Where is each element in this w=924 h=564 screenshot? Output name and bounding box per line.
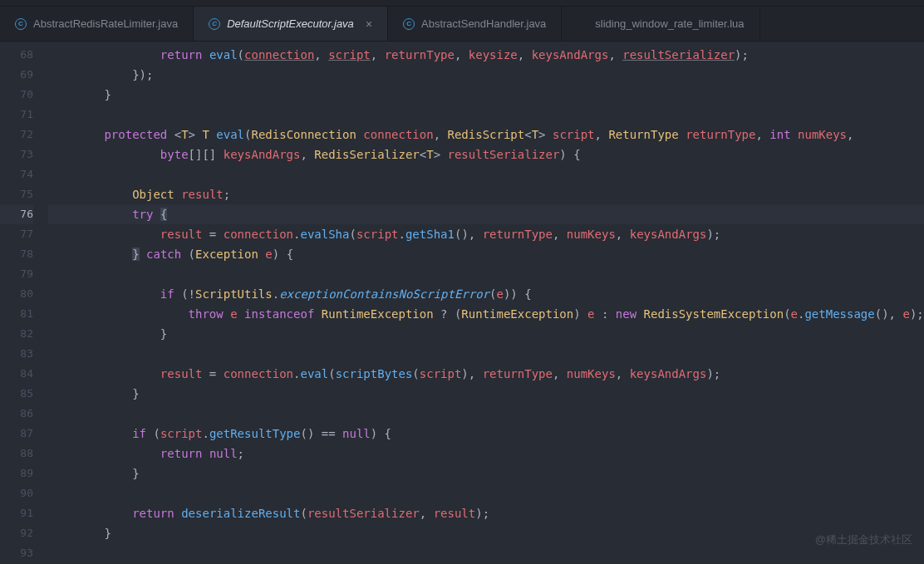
code-line[interactable] <box>48 164 924 184</box>
line-number: 78 <box>0 244 33 264</box>
code-line[interactable]: try { <box>48 204 924 224</box>
line-number: 75 <box>0 184 33 204</box>
line-number: 90 <box>0 483 33 503</box>
code-line[interactable]: } <box>48 384 924 404</box>
line-number: 68 <box>0 45 33 65</box>
title-bar <box>0 0 924 7</box>
line-number: 93 <box>0 543 33 563</box>
tab-abstract-redis-rate-limiter[interactable]: C AbstractRedisRateLimiter.java <box>0 7 194 41</box>
line-number: 83 <box>0 344 33 364</box>
code-line[interactable]: result = connection.eval(scriptBytes(scr… <box>48 364 924 384</box>
line-number: 70 <box>0 85 33 105</box>
line-number: 88 <box>0 444 33 463</box>
line-number: 80 <box>0 284 33 304</box>
code-line[interactable] <box>48 483 924 503</box>
ide-window: C AbstractRedisRateLimiter.java C Defaul… <box>0 0 924 564</box>
code-line[interactable]: return eval(connection, script, returnTy… <box>48 45 924 65</box>
line-number: 77 <box>0 224 33 244</box>
line-number: 69 <box>0 65 33 85</box>
code-line[interactable]: protected <T> T eval(RedisConnection con… <box>48 125 924 145</box>
line-number: 85 <box>0 384 33 404</box>
code-line[interactable]: byte[][] keysAndArgs, RedisSerializer<T>… <box>48 145 924 164</box>
code-line[interactable] <box>48 543 924 563</box>
code-line[interactable]: if (script.getResultType() == null) { <box>48 424 924 444</box>
line-number: 72 <box>0 125 33 145</box>
java-icon: C <box>209 18 220 30</box>
code-line[interactable]: }); <box>48 65 924 85</box>
watermark: @稀土掘金技术社区 <box>815 532 912 547</box>
code-line[interactable]: throw e instanceof RuntimeException ? (R… <box>48 304 924 324</box>
code-line[interactable]: } catch (Exception e) { <box>48 244 924 264</box>
line-number: 79 <box>0 264 33 284</box>
line-number: 71 <box>0 105 33 125</box>
code-line[interactable]: result = connection.evalSha(script.getSh… <box>48 224 924 244</box>
code-editor[interactable]: 6869707172737475767778798081828384858687… <box>0 42 924 564</box>
line-number: 73 <box>0 145 33 164</box>
line-number: 84 <box>0 364 33 384</box>
line-number: 89 <box>0 463 33 483</box>
line-number: 91 <box>0 503 33 523</box>
tab-label: sliding_window_rate_limiter.lua <box>595 17 744 30</box>
code-line[interactable]: if (!ScriptUtils.exceptionContainsNoScri… <box>48 284 924 304</box>
code-line[interactable] <box>48 105 924 125</box>
line-number: 92 <box>0 523 33 543</box>
line-number: 76 <box>0 204 33 224</box>
line-number: 81 <box>0 304 33 324</box>
line-number: 87 <box>0 424 33 444</box>
close-icon[interactable]: × <box>361 17 372 31</box>
code-line[interactable]: } <box>48 85 924 105</box>
code-area[interactable]: return eval(connection, script, returnTy… <box>48 42 924 564</box>
tab-label: DefaultScriptExecutor.java <box>227 17 354 30</box>
code-line[interactable]: } <box>48 523 924 543</box>
line-number-gutter: 6869707172737475767778798081828384858687… <box>0 42 48 564</box>
code-line[interactable] <box>48 264 924 284</box>
java-icon: C <box>15 18 27 30</box>
line-number: 74 <box>0 164 33 184</box>
text-file-icon <box>577 23 588 25</box>
code-line[interactable]: return null; <box>48 444 924 463</box>
code-line[interactable] <box>48 344 924 364</box>
java-icon: C <box>403 18 415 30</box>
line-number: 86 <box>0 404 33 424</box>
tab-label: AbstractRedisRateLimiter.java <box>33 17 178 30</box>
tab-abstract-send-handler[interactable]: C AbstractSendHandler.java <box>388 7 562 41</box>
editor-tabs: C AbstractRedisRateLimiter.java C Defaul… <box>0 7 924 42</box>
code-line[interactable]: return deserializeResult(resultSerialize… <box>48 503 924 523</box>
code-line[interactable]: } <box>48 324 924 344</box>
code-line[interactable] <box>48 404 924 424</box>
code-line[interactable]: Object result; <box>48 184 924 204</box>
tab-label: AbstractSendHandler.java <box>421 17 546 30</box>
line-number: 82 <box>0 324 33 344</box>
tab-default-script-executor[interactable]: C DefaultScriptExecutor.java × <box>194 7 388 41</box>
tab-sliding-window-lua[interactable]: sliding_window_rate_limiter.lua <box>562 7 759 41</box>
code-line[interactable]: } <box>48 463 924 483</box>
